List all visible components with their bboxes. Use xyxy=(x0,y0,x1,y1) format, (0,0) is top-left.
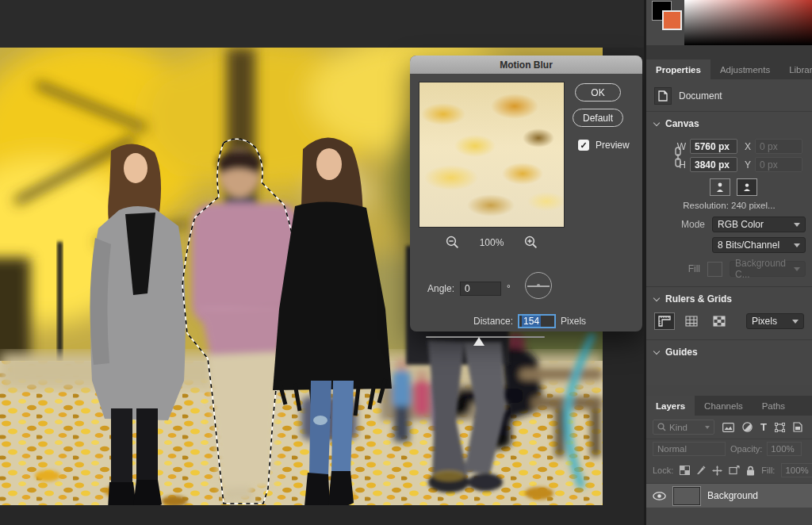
opacity-input[interactable]: 100% xyxy=(767,442,802,456)
document-icon xyxy=(654,87,672,105)
dialog-title[interactable]: Motion Blur xyxy=(410,56,642,74)
lock-artboard-icon[interactable] xyxy=(729,466,740,475)
filter-pixel-layers-icon[interactable] xyxy=(722,423,734,432)
filter-shape-layers-icon[interactable] xyxy=(775,423,785,432)
toggle-rulers-icon[interactable] xyxy=(654,312,675,330)
fill-swatch[interactable] xyxy=(707,262,722,277)
filter-adjustment-layers-icon[interactable] xyxy=(742,422,753,432)
background-color-swatch[interactable] xyxy=(662,10,682,30)
distance-label: Distance: xyxy=(473,316,513,327)
toggle-grid-icon[interactable] xyxy=(682,312,703,330)
fill-opacity-input[interactable]: 100% xyxy=(781,463,812,477)
filter-smart-objects-icon[interactable] xyxy=(793,422,802,432)
layers-tab-bar: Layers Channels Paths xyxy=(646,396,812,416)
mode-select[interactable]: RGB Color xyxy=(712,217,806,232)
chevron-down-icon xyxy=(653,347,660,354)
distance-unit-label: Pixels xyxy=(561,316,586,327)
layer-filter-kind-select[interactable]: Kind xyxy=(653,420,714,435)
preview-checkbox[interactable]: ✓ xyxy=(578,140,589,151)
opacity-label: Opacity: xyxy=(730,444,762,454)
chevron-down-icon xyxy=(794,223,800,227)
motion-blur-dialog: Motion Blur 100% OK Default xyxy=(410,56,642,331)
link-dimensions-icon[interactable] xyxy=(673,147,683,167)
chevron-down-icon xyxy=(794,243,800,247)
color-panel xyxy=(646,0,812,45)
resolution-text: Resolution: 240 pixel... xyxy=(646,201,812,210)
fill-label: Fill xyxy=(688,263,700,274)
tab-properties[interactable]: Properties xyxy=(646,59,710,79)
lock-transparent-pixels-icon[interactable] xyxy=(680,466,690,475)
orientation-landscape-button[interactable] xyxy=(737,178,757,196)
angle-dial[interactable] xyxy=(525,272,552,299)
guides-section-header[interactable]: Guides xyxy=(646,340,812,362)
angle-input[interactable]: 0 xyxy=(460,282,501,296)
orientation-portrait-button[interactable] xyxy=(710,178,730,196)
tab-layers[interactable]: Layers xyxy=(646,396,695,416)
y-label: Y xyxy=(741,159,751,171)
photoshop-app: Motion Blur 100% OK Default xyxy=(0,0,812,525)
zoom-in-icon[interactable] xyxy=(524,236,538,249)
slider-track[interactable] xyxy=(426,336,545,338)
filter-preview-image[interactable] xyxy=(419,82,565,228)
lock-image-pixels-icon[interactable] xyxy=(696,466,706,475)
tab-paths[interactable]: Paths xyxy=(753,396,795,416)
slider-thumb[interactable] xyxy=(473,337,485,346)
y-input[interactable]: 0 px xyxy=(755,157,802,172)
search-icon xyxy=(657,423,666,431)
tab-adjustments[interactable]: Adjustments xyxy=(710,59,779,79)
preview-zoom-level: 100% xyxy=(480,237,504,248)
toggle-pixel-grid-icon[interactable] xyxy=(709,312,730,330)
chevron-down-icon xyxy=(792,320,799,324)
chevron-down-icon xyxy=(794,267,800,271)
blend-mode-select[interactable]: Normal xyxy=(653,442,726,456)
tab-channels[interactable]: Channels xyxy=(695,396,753,416)
x-input[interactable]: 0 px xyxy=(755,139,802,154)
chevron-down-icon xyxy=(653,119,660,125)
lock-all-icon[interactable] xyxy=(746,466,755,476)
layer-name: Background xyxy=(707,490,758,501)
layer-row-background[interactable]: Background xyxy=(646,484,812,508)
properties-tab-bar: Properties Adjustments Libraries xyxy=(646,59,812,79)
lock-position-icon[interactable] xyxy=(712,466,722,476)
x-label: X xyxy=(741,141,751,152)
units-select[interactable]: Pixels xyxy=(746,313,804,329)
layer-visibility-eye-icon[interactable] xyxy=(653,492,666,500)
canvas-top-bar xyxy=(0,0,644,48)
color-field[interactable] xyxy=(684,0,812,45)
tab-libraries[interactable]: Libraries xyxy=(779,59,812,79)
zoom-out-icon[interactable] xyxy=(446,236,459,249)
right-panel: Properties Adjustments Libraries Documen… xyxy=(644,0,812,525)
fill-opacity-label: Fill: xyxy=(761,466,775,475)
bit-depth-select[interactable]: 8 Bits/Channel xyxy=(712,237,806,253)
fill-select[interactable]: Background C... xyxy=(730,261,806,277)
distance-slider[interactable] xyxy=(426,335,545,346)
height-input[interactable]: 3840 px xyxy=(690,157,737,172)
lock-label: Lock: xyxy=(653,466,673,475)
canvas-section-header[interactable]: Canvas xyxy=(646,112,812,134)
width-input[interactable]: 5760 px xyxy=(690,139,737,154)
angle-label: Angle: xyxy=(427,283,454,294)
document-label: Document xyxy=(679,90,722,102)
layer-thumbnail[interactable] xyxy=(673,487,700,505)
distance-input[interactable]: 154 xyxy=(518,314,556,328)
default-button[interactable]: Default xyxy=(573,109,623,127)
ok-button[interactable]: OK xyxy=(575,83,621,102)
filter-type-layers-icon[interactable]: T xyxy=(760,421,767,433)
chevron-down-icon xyxy=(653,294,660,301)
angle-degree-symbol: ° xyxy=(507,283,511,294)
mode-label: Mode xyxy=(681,219,705,230)
preview-checkbox-label: Preview xyxy=(596,140,630,151)
rulers-grids-section-header[interactable]: Rulers & Grids xyxy=(646,287,812,309)
